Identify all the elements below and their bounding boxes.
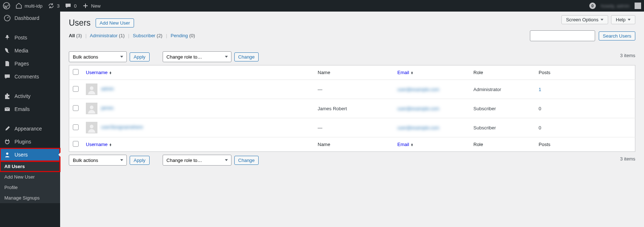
sidebar-item-label: Posts [14,35,27,40]
sidebar-item-dashboard[interactable]: Dashboard [0,12,60,25]
row-checkbox[interactable] [73,105,79,111]
sidebar-item-pages[interactable]: Pages [0,57,60,70]
media-icon [4,47,11,54]
posts-value: 0 [539,125,541,130]
user-avatar-icon[interactable] [635,3,641,9]
page-title: Users [69,18,91,28]
filter-pending[interactable]: Pending [171,33,188,38]
chevron-down-icon [628,19,631,21]
select-all-checkbox[interactable] [73,69,79,75]
search-input[interactable] [530,30,595,41]
sidebar-item-label: Dashboard [14,15,39,21]
col-posts: Posts [535,137,635,152]
name-cell: — [314,118,394,137]
posts-value: 0 [539,106,541,111]
filter-administrator[interactable]: Administrator [90,33,118,38]
wordpress-icon [3,2,10,9]
greeting[interactable]: howdy, admin [601,3,630,9]
comment-icon [4,73,11,80]
sidebar-item-label: Appearance [14,126,42,132]
email-link[interactable]: user@example.com [397,125,439,130]
change-role-select[interactable]: Change role to… [163,51,231,62]
apply-button-bottom[interactable]: Apply [130,156,150,165]
search-users-button[interactable]: Search Users [599,31,635,40]
sidebar-item-plugins[interactable]: Plugins [0,135,60,148]
items-count-bottom: 3 items [620,156,635,162]
table-row: jamesJames Robertuser@example.comSubscri… [69,99,635,118]
comments-bubble[interactable]: 0 [64,2,76,9]
role-cell: Administrator [470,80,535,99]
submenu-manage-signups[interactable]: Manage Signups [0,193,60,203]
name-cell: James Robert [314,99,394,118]
sort-icon: ▲▼ [411,144,414,146]
filter-subscriber[interactable]: Subscriber [133,33,155,38]
role-cell: Subscriber [470,99,535,118]
change-role-select-bottom[interactable]: Change role to… [163,155,231,166]
col-username[interactable]: Username [86,70,108,75]
submenu-add-new-user[interactable]: Add New User [0,172,60,182]
site-name-label: multi-idp [25,3,42,9]
bulk-actions-select[interactable]: Bulk actions [69,51,127,62]
col-role: Role [470,137,535,152]
notification-badge[interactable]: 0 [589,3,596,9]
bulk-actions-select-bottom[interactable]: Bulk actions [69,155,127,166]
new-content[interactable]: New [82,2,101,9]
svg-point-3 [6,153,8,155]
submenu-profile[interactable]: Profile [0,182,60,193]
screen-options-button[interactable]: Screen Options [561,15,609,24]
plus-icon [82,2,89,9]
col-name: Name [314,137,394,152]
sidebar-item-media[interactable]: Media [0,44,60,57]
sidebar-item-label: Users [14,152,28,158]
mail-icon [4,106,11,113]
row-checkbox[interactable] [73,86,79,92]
sidebar-item-label: Plugins [14,139,31,145]
filter-all[interactable]: All [69,33,75,38]
submenu-all-users[interactable]: All Users [0,161,60,172]
home-icon [15,2,22,9]
dashboard-icon [4,14,11,22]
sidebar-item-emails[interactable]: Emails [0,103,60,116]
wp-logo[interactable] [3,2,10,9]
sidebar-item-activity[interactable]: Activity [0,90,60,103]
name-cell: — [314,80,394,99]
brush-icon [4,125,11,132]
avatar-icon [86,83,97,95]
sidebar-item-label: Media [14,48,28,53]
refresh-icon [47,2,55,9]
username-link[interactable]: james [101,105,114,111]
updates-count: 3 [57,3,59,9]
avatar-icon [86,103,97,114]
row-checkbox[interactable] [73,124,79,130]
col-posts: Posts [535,65,635,80]
sidebar-item-label: Comments [14,74,39,80]
select-all-checkbox-bottom[interactable] [73,141,79,147]
email-link[interactable]: user@example.com [397,87,439,92]
sidebar-item-appearance[interactable]: Appearance [0,122,60,135]
items-count: 3 items [620,53,635,58]
help-button[interactable]: Help [611,15,635,24]
sidebar-item-users[interactable]: Users [0,148,60,161]
col-email[interactable]: Email [397,70,409,75]
sidebar-item-label: Activity [14,93,30,99]
table-row: user3longnamehere—user@example.comSubscr… [69,118,635,137]
email-link[interactable]: user@example.com [397,106,439,111]
posts-link[interactable]: 1 [539,87,541,92]
username-link[interactable]: user3longnamehere [101,124,143,130]
change-button[interactable]: Change [234,52,259,61]
col-email[interactable]: Email [397,142,409,147]
apply-button[interactable]: Apply [130,52,150,61]
col-username[interactable]: Username [86,142,108,147]
comment-icon [64,2,72,9]
admin-bar: multi-idp 3 0 New 0 howdy, admin [0,0,644,12]
site-name[interactable]: multi-idp [15,2,42,9]
updates[interactable]: 3 [47,2,59,9]
sidebar-item-posts[interactable]: Posts [0,31,60,44]
change-button-bottom[interactable]: Change [234,156,259,165]
plug-icon [4,138,11,145]
comments-count: 0 [74,3,76,9]
admin-sidebar: Dashboard Posts Media Pages Comments Act… [0,12,60,227]
add-new-user-button[interactable]: Add New User [96,18,134,27]
username-link[interactable]: admin [101,86,114,91]
sidebar-item-comments[interactable]: Comments [0,70,60,83]
